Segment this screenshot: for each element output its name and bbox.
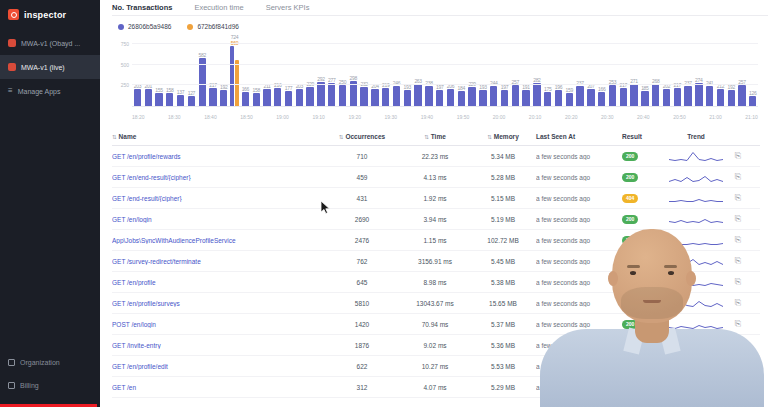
bar-26806b5a9486	[253, 93, 260, 106]
bar-26806b5a9486	[306, 87, 313, 106]
x-axis-tick-label: 18:40	[204, 114, 217, 120]
transaction-link[interactable]: GET /en/profile	[112, 279, 156, 286]
bar-slot: 263	[413, 40, 424, 106]
tab-no-transactions[interactable]: No. Transactions	[112, 3, 172, 12]
row-details-icon[interactable]: ⎘	[735, 214, 741, 223]
x-axis-tick-label: 18:20	[132, 114, 145, 120]
occurrences-cell: 762	[324, 258, 400, 265]
bar-slot: 217	[672, 40, 683, 106]
bar-26806b5a9486	[166, 93, 173, 106]
bar-26806b5a9486	[263, 89, 270, 106]
sort-icon: ⇅	[487, 134, 492, 140]
bar-26806b5a9486	[749, 96, 756, 106]
bar-26806b5a9486	[360, 87, 367, 106]
row-details-icon[interactable]: ⎘	[735, 361, 741, 370]
sort-icon: ⇅	[424, 134, 429, 140]
transaction-link[interactable]: GET /en/profile/rewards	[112, 153, 181, 160]
transaction-link[interactable]: GET /en/profile/surveys	[112, 300, 180, 307]
column-header-name[interactable]: ⇅Name	[112, 133, 324, 140]
x-axis-tick-label: 20:00	[493, 114, 506, 120]
bar-slot: 193	[478, 40, 489, 106]
row-details-icon[interactable]: ⎘	[735, 193, 741, 202]
row-details-icon[interactable]: ⎘	[735, 319, 741, 328]
result-badge: 200	[622, 173, 638, 182]
column-header-time[interactable]: ⇅Time	[400, 133, 470, 140]
row-details-icon[interactable]: ⎘	[735, 382, 741, 391]
bar-26806b5a9486	[145, 89, 152, 106]
x-axis-tick-label: 19:40	[421, 114, 434, 120]
bar-slot: 166	[596, 40, 607, 106]
row-details-icon[interactable]: ⎘	[735, 277, 741, 286]
bar-slot: 177	[283, 40, 294, 106]
gridline	[132, 84, 758, 85]
result-badge: 200	[622, 341, 638, 350]
bar-26806b5a9486	[706, 86, 713, 106]
bar-26806b5a9486	[468, 87, 475, 106]
sidebar-item-mwa-v1-obayd[interactable]: MWA-v1 (Obayd ...	[0, 31, 100, 55]
bar-26806b5a9486	[512, 85, 519, 106]
legend-dot-icon	[118, 24, 124, 30]
bar-slot: 192	[218, 40, 229, 106]
time-cell: 13043.67 ms	[400, 300, 470, 307]
x-axis-tick-label: 20:50	[673, 114, 686, 120]
table-row: GET /survey-redirect/terminate7623156.91…	[112, 251, 760, 272]
time-cell: 3.94 ms	[400, 216, 470, 223]
bar-26806b5a9486	[188, 96, 195, 106]
trend-sparkline	[669, 213, 723, 226]
legend-672b6f841d96[interactable]: 672b6f841d96	[187, 23, 239, 30]
occurrences-cell: 431	[324, 195, 400, 202]
memory-cell: 102.72 MB	[470, 237, 536, 244]
transaction-link[interactable]: POST /en/login	[112, 321, 156, 328]
sidebar-item-organization[interactable]: Organization	[0, 351, 100, 374]
bar-26806b5a9486	[328, 83, 335, 106]
occurrences-cell: 622	[324, 363, 400, 370]
occurrences-cell: 2690	[324, 216, 400, 223]
bar-26806b5a9486	[555, 90, 562, 106]
bar-672b6f841d96	[235, 60, 239, 106]
tab-servers-kpis[interactable]: Servers KPIs	[266, 3, 310, 12]
bar-slot: 277	[326, 40, 337, 106]
column-header-label: Time	[431, 133, 446, 140]
sidebar-item-mwa-v1-live[interactable]: MWA-v1 (live)	[0, 55, 100, 79]
tab-execution-time[interactable]: Execution time	[194, 3, 243, 12]
result-badge: 404	[622, 194, 638, 203]
bar-26806b5a9486	[598, 92, 605, 106]
bar-26806b5a9486	[134, 89, 141, 106]
row-details-icon[interactable]: ⎘	[735, 235, 741, 244]
transaction-link[interactable]: App\Jobs\SyncWithAudienceProfileService	[112, 237, 236, 244]
bar-slot: 207	[585, 40, 596, 106]
bar-slot: 126	[747, 40, 758, 106]
x-axis-tick-label: 18:30	[168, 114, 181, 120]
column-header-label: Last Seen At	[536, 133, 575, 140]
app-icon	[8, 63, 16, 71]
transaction-link[interactable]: GET /en/profile/edit	[112, 363, 168, 370]
bar-slot: 175	[542, 40, 553, 106]
row-details-icon[interactable]: ⎘	[735, 151, 741, 160]
transaction-link[interactable]: GET /en/end-result/{cipher}	[112, 174, 191, 181]
sidebar-item-billing[interactable]: Billing	[0, 374, 100, 397]
bar-26806b5a9486	[317, 82, 324, 106]
bar-26806b5a9486	[458, 91, 465, 106]
transaction-link[interactable]: GET /en	[112, 384, 136, 391]
table-body: GET /en/profile/rewards71022.23 ms5.34 M…	[112, 146, 760, 398]
row-details-icon[interactable]: ⎘	[735, 172, 741, 181]
x-axis-tick-label: 18:50	[240, 114, 253, 120]
legend-dot-icon	[187, 24, 193, 30]
sidebar-item-manage-apps[interactable]: ≡Manage Apps	[0, 79, 100, 103]
bar-slot: 298	[348, 40, 359, 106]
row-details-icon[interactable]: ⎘	[735, 298, 741, 307]
transaction-link[interactable]: GET /end-result/{cipher}	[112, 195, 182, 202]
occurrences-cell: 312	[324, 384, 400, 391]
organization-icon	[8, 359, 15, 366]
occurrences-cell: 1420	[324, 321, 400, 328]
transaction-link[interactable]: GET /survey-redirect/terminate	[112, 258, 201, 265]
column-header-occurrences[interactable]: ⇅Occurrences	[324, 133, 400, 140]
row-details-icon[interactable]: ⎘	[735, 340, 741, 349]
inspector-logo: inspector	[0, 0, 100, 31]
legend-26806b5a9486[interactable]: 26806b5a9486	[118, 23, 171, 30]
transaction-link[interactable]: GET /en/login	[112, 216, 152, 223]
row-details-icon[interactable]: ⎘	[735, 256, 741, 265]
bar-26806b5a9486	[177, 95, 184, 106]
column-header-memory[interactable]: ⇅Memory	[470, 133, 536, 140]
transaction-link[interactable]: GET /invite-entry	[112, 342, 161, 349]
